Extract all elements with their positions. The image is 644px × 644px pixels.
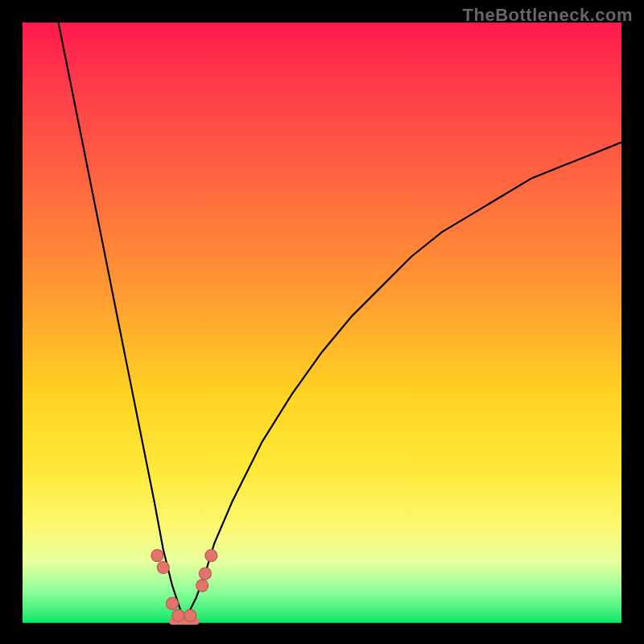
marker-dot xyxy=(184,609,196,621)
chart-frame: TheBottleneck.com xyxy=(0,0,644,644)
marker-dot xyxy=(196,580,208,592)
plot-area xyxy=(23,23,621,621)
marker-dot xyxy=(157,562,169,574)
marker-layer xyxy=(151,550,217,621)
marker-dot xyxy=(199,568,211,580)
marker-dot xyxy=(172,609,184,621)
curve-layer xyxy=(59,23,621,621)
marker-dot xyxy=(151,550,163,562)
bottleneck-curve xyxy=(59,23,621,621)
marker-dot xyxy=(167,597,179,609)
chart-svg xyxy=(23,23,621,621)
marker-dot xyxy=(205,550,217,562)
